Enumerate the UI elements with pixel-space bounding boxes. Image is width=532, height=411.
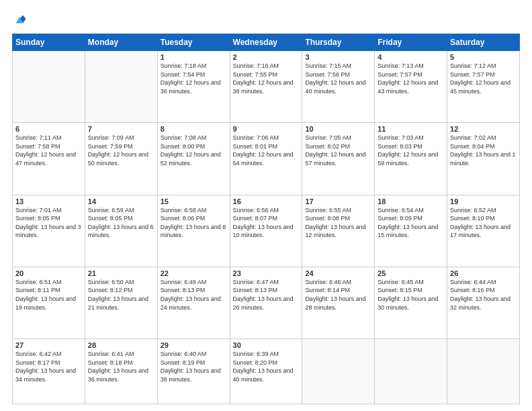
- weekday-header-row: SundayMondayTuesdayWednesdayThursdayFrid…: [13, 34, 520, 51]
- calendar-cell: 30Sunrise: 6:39 AM Sunset: 8:20 PM Dayli…: [230, 339, 302, 404]
- day-info: Sunrise: 7:16 AM Sunset: 7:55 PM Dayligh…: [233, 62, 300, 95]
- calendar-cell: 6Sunrise: 7:11 AM Sunset: 7:58 PM Daylig…: [13, 123, 85, 195]
- day-number: 27: [15, 341, 82, 349]
- day-number: 5: [450, 53, 517, 61]
- day-number: 20: [15, 269, 82, 277]
- calendar-cell: 5Sunrise: 7:12 AM Sunset: 7:57 PM Daylig…: [447, 51, 520, 123]
- day-info: Sunrise: 7:18 AM Sunset: 7:54 PM Dayligh…: [161, 62, 227, 95]
- calendar-cell: 12Sunrise: 7:02 AM Sunset: 8:04 PM Dayli…: [447, 123, 520, 195]
- day-number: 25: [378, 269, 444, 277]
- calendar-week-row: 13Sunrise: 7:01 AM Sunset: 8:05 PM Dayli…: [13, 195, 520, 267]
- calendar-cell: 10Sunrise: 7:05 AM Sunset: 8:02 PM Dayli…: [302, 123, 375, 195]
- day-info: Sunrise: 6:54 AM Sunset: 8:09 PM Dayligh…: [378, 206, 444, 240]
- day-number: 8: [161, 125, 227, 133]
- calendar-cell: 14Sunrise: 6:59 AM Sunset: 8:05 PM Dayli…: [85, 195, 157, 267]
- weekday-header: Wednesday: [230, 34, 302, 51]
- day-number: 7: [88, 125, 154, 133]
- calendar-cell: 21Sunrise: 6:50 AM Sunset: 8:12 PM Dayli…: [85, 267, 157, 338]
- day-info: Sunrise: 7:03 AM Sunset: 8:03 PM Dayligh…: [378, 134, 444, 167]
- weekday-header: Saturday: [447, 34, 520, 51]
- weekday-header: Thursday: [302, 34, 375, 51]
- day-number: 12: [450, 125, 517, 133]
- day-info: Sunrise: 7:12 AM Sunset: 7:57 PM Dayligh…: [450, 62, 517, 95]
- day-info: Sunrise: 6:50 AM Sunset: 8:12 PM Dayligh…: [88, 278, 154, 312]
- calendar-week-row: 1Sunrise: 7:18 AM Sunset: 7:54 PM Daylig…: [13, 51, 520, 123]
- day-number: 11: [378, 125, 444, 133]
- day-number: 10: [305, 125, 371, 133]
- day-info: Sunrise: 6:46 AM Sunset: 8:14 PM Dayligh…: [305, 278, 371, 312]
- calendar-week-row: 6Sunrise: 7:11 AM Sunset: 7:58 PM Daylig…: [13, 123, 520, 195]
- calendar-cell: 15Sunrise: 6:58 AM Sunset: 8:06 PM Dayli…: [157, 195, 230, 267]
- logo-icon: [12, 12, 27, 27]
- calendar-cell: 26Sunrise: 6:44 AM Sunset: 8:16 PM Dayli…: [447, 267, 520, 338]
- day-number: 28: [88, 341, 154, 349]
- day-info: Sunrise: 6:39 AM Sunset: 8:20 PM Dayligh…: [233, 350, 300, 383]
- day-number: 3: [305, 53, 371, 61]
- day-info: Sunrise: 6:41 AM Sunset: 8:18 PM Dayligh…: [88, 350, 154, 383]
- calendar-cell: 22Sunrise: 6:49 AM Sunset: 8:13 PM Dayli…: [157, 267, 230, 338]
- calendar-table: SundayMondayTuesdayWednesdayThursdayFrid…: [12, 34, 520, 404]
- calendar-week-row: 20Sunrise: 6:51 AM Sunset: 8:11 PM Dayli…: [13, 267, 520, 338]
- calendar-cell: [302, 339, 375, 404]
- calendar-cell: 23Sunrise: 6:47 AM Sunset: 8:13 PM Dayli…: [230, 267, 302, 338]
- day-info: Sunrise: 6:44 AM Sunset: 8:16 PM Dayligh…: [450, 278, 517, 312]
- calendar-cell: [375, 339, 447, 404]
- calendar-cell: 8Sunrise: 7:08 AM Sunset: 8:00 PM Daylig…: [157, 123, 230, 195]
- calendar-cell: 20Sunrise: 6:51 AM Sunset: 8:11 PM Dayli…: [13, 267, 85, 338]
- day-number: 30: [233, 341, 300, 349]
- weekday-header: Friday: [375, 34, 447, 51]
- day-number: 23: [233, 269, 300, 277]
- day-number: 26: [450, 269, 517, 277]
- weekday-header: Sunday: [13, 34, 85, 51]
- calendar-week-row: 27Sunrise: 6:42 AM Sunset: 8:17 PM Dayli…: [13, 339, 520, 404]
- calendar-cell: 2Sunrise: 7:16 AM Sunset: 7:55 PM Daylig…: [230, 51, 302, 123]
- day-info: Sunrise: 6:42 AM Sunset: 8:17 PM Dayligh…: [15, 350, 82, 383]
- day-number: 9: [233, 125, 300, 133]
- calendar-cell: 13Sunrise: 7:01 AM Sunset: 8:05 PM Dayli…: [13, 195, 85, 267]
- calendar-cell: [13, 51, 85, 123]
- day-info: Sunrise: 7:01 AM Sunset: 8:05 PM Dayligh…: [15, 206, 82, 240]
- calendar-cell: 11Sunrise: 7:03 AM Sunset: 8:03 PM Dayli…: [375, 123, 447, 195]
- calendar-cell: 28Sunrise: 6:41 AM Sunset: 8:18 PM Dayli…: [85, 339, 157, 404]
- day-info: Sunrise: 6:55 AM Sunset: 8:08 PM Dayligh…: [305, 206, 371, 240]
- day-info: Sunrise: 6:45 AM Sunset: 8:15 PM Dayligh…: [378, 278, 444, 312]
- calendar-cell: 19Sunrise: 6:52 AM Sunset: 8:10 PM Dayli…: [447, 195, 520, 267]
- calendar-cell: 25Sunrise: 6:45 AM Sunset: 8:15 PM Dayli…: [375, 267, 447, 338]
- logo: [12, 12, 30, 27]
- day-number: 14: [88, 197, 154, 205]
- calendar-cell: 3Sunrise: 7:15 AM Sunset: 7:56 PM Daylig…: [302, 51, 375, 123]
- calendar-cell: [85, 51, 157, 123]
- weekday-header: Tuesday: [157, 34, 230, 51]
- day-number: 15: [161, 197, 227, 205]
- day-number: 19: [450, 197, 517, 205]
- calendar-cell: 1Sunrise: 7:18 AM Sunset: 7:54 PM Daylig…: [157, 51, 230, 123]
- day-number: 29: [161, 341, 227, 349]
- calendar-cell: 18Sunrise: 6:54 AM Sunset: 8:09 PM Dayli…: [375, 195, 447, 267]
- day-info: Sunrise: 6:59 AM Sunset: 8:05 PM Dayligh…: [88, 206, 154, 240]
- day-info: Sunrise: 6:40 AM Sunset: 8:19 PM Dayligh…: [161, 350, 227, 383]
- day-info: Sunrise: 7:11 AM Sunset: 7:58 PM Dayligh…: [15, 134, 82, 167]
- day-info: Sunrise: 7:15 AM Sunset: 7:56 PM Dayligh…: [305, 62, 371, 95]
- day-info: Sunrise: 7:05 AM Sunset: 8:02 PM Dayligh…: [305, 134, 371, 167]
- day-number: 24: [305, 269, 371, 277]
- day-number: 16: [233, 197, 300, 205]
- calendar-cell: 4Sunrise: 7:13 AM Sunset: 7:57 PM Daylig…: [375, 51, 447, 123]
- day-number: 22: [161, 269, 227, 277]
- day-info: Sunrise: 6:56 AM Sunset: 8:07 PM Dayligh…: [233, 206, 300, 240]
- header: [12, 12, 520, 27]
- day-info: Sunrise: 6:49 AM Sunset: 8:13 PM Dayligh…: [161, 278, 227, 312]
- day-info: Sunrise: 6:47 AM Sunset: 8:13 PM Dayligh…: [233, 278, 300, 312]
- day-number: 1: [161, 53, 227, 61]
- day-info: Sunrise: 7:06 AM Sunset: 8:01 PM Dayligh…: [233, 134, 300, 167]
- weekday-header: Monday: [85, 34, 157, 51]
- calendar-cell: 16Sunrise: 6:56 AM Sunset: 8:07 PM Dayli…: [230, 195, 302, 267]
- calendar-cell: 9Sunrise: 7:06 AM Sunset: 8:01 PM Daylig…: [230, 123, 302, 195]
- page: SundayMondayTuesdayWednesdayThursdayFrid…: [0, 0, 532, 411]
- calendar-cell: 7Sunrise: 7:09 AM Sunset: 7:59 PM Daylig…: [85, 123, 157, 195]
- day-info: Sunrise: 7:13 AM Sunset: 7:57 PM Dayligh…: [378, 62, 444, 95]
- day-number: 13: [15, 197, 82, 205]
- day-info: Sunrise: 6:52 AM Sunset: 8:10 PM Dayligh…: [450, 206, 517, 240]
- day-number: 6: [15, 125, 82, 133]
- calendar-cell: [447, 339, 520, 404]
- calendar-cell: 27Sunrise: 6:42 AM Sunset: 8:17 PM Dayli…: [13, 339, 85, 404]
